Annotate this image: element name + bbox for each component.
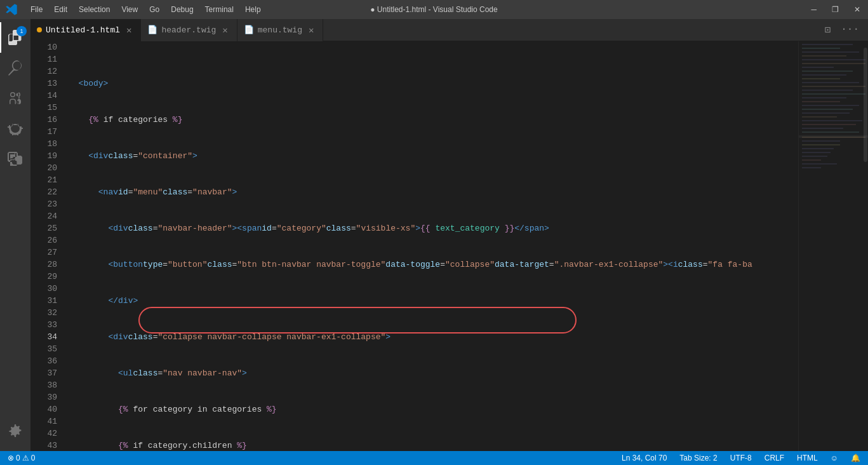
svg-rect-11: [802, 82, 859, 83]
svg-rect-21: [802, 120, 862, 121]
maximize-button[interactable]: ❐: [824, 0, 846, 19]
line-18: <ul class="nav navbar-nav">: [69, 367, 798, 379]
status-encoding[interactable]: UTF-8: [728, 454, 754, 462]
warning-icon: ⚠: [22, 454, 29, 462]
line-10: <body>: [69, 78, 798, 90]
activity-explorer[interactable]: 1: [0, 22, 30, 53]
status-right: Ln 34, Col 70 Tab Size: 2 UTF-8 CRLF HTM…: [619, 454, 863, 462]
activity-bar: 1: [0, 19, 30, 451]
editor-area: Untitled-1.html ✕ 📄 header.twig ✕ 📄 menu…: [30, 19, 868, 451]
activity-search[interactable]: [0, 53, 30, 83]
svg-rect-10: [802, 78, 840, 79]
svg-rect-32: [802, 159, 821, 161]
svg-rect-3: [802, 51, 859, 53]
tab-label-menu: menu.twig: [258, 25, 302, 35]
svg-rect-33: [802, 163, 837, 165]
tab-close-header[interactable]: ✕: [220, 24, 230, 37]
svg-rect-18: [802, 109, 853, 110]
tab-menu[interactable]: 📄 menu.twig ✕: [237, 19, 324, 41]
tab-close-menu[interactable]: ✕: [306, 24, 316, 37]
activity-settings[interactable]: [0, 415, 30, 446]
menu-debug[interactable]: Debug: [166, 4, 198, 15]
svg-rect-12: [802, 86, 865, 87]
tab-actions: ⊡ ···: [821, 22, 868, 37]
svg-rect-6: [802, 63, 865, 64]
menu-selection[interactable]: Selection: [74, 4, 115, 15]
error-icon: ⊗: [8, 454, 14, 462]
line-13: <nav id="menu" class="navbar">: [69, 186, 798, 198]
svg-rect-28: [802, 144, 840, 145]
line-14: <div class="navbar-header"><span id="cat…: [69, 222, 798, 234]
tab-header[interactable]: 📄 header.twig ✕: [141, 19, 237, 41]
modified-indicator: [37, 27, 42, 32]
svg-rect-9: [802, 74, 846, 76]
status-line-ending[interactable]: CRLF: [762, 454, 787, 462]
svg-rect-17: [802, 105, 859, 106]
more-actions-button[interactable]: ···: [837, 22, 863, 37]
status-left: ⊗ 0 ⚠ 0: [5, 454, 37, 462]
activity-git[interactable]: [0, 83, 30, 114]
close-button[interactable]: ✕: [846, 0, 868, 19]
svg-rect-15: [802, 97, 846, 98]
menu-go[interactable]: Go: [144, 4, 164, 15]
status-emoji[interactable]: ☺: [828, 454, 841, 462]
svg-rect-23: [802, 128, 843, 129]
menu-help[interactable]: Help: [240, 4, 266, 15]
tab-close-untitled[interactable]: ✕: [124, 24, 134, 37]
tab-icon-header: 📄: [147, 25, 157, 35]
window-controls[interactable]: ─ ❐ ✕: [803, 0, 868, 19]
minimize-button[interactable]: ─: [803, 0, 824, 19]
menu-view[interactable]: View: [116, 4, 143, 15]
svg-rect-8: [802, 71, 853, 72]
status-notification[interactable]: 🔔: [848, 454, 863, 462]
code-lines: <body> {% if categories %} <div class="c…: [62, 41, 798, 451]
tab-label-untitled: Untitled-1.html: [46, 25, 120, 35]
line-19: {% for category in categories %}: [69, 403, 798, 415]
tab-label-header: header.twig: [161, 25, 216, 35]
svg-rect-26: [802, 137, 865, 138]
status-position[interactable]: Ln 34, Col 70: [619, 454, 669, 462]
line-15: <button type="button" class="btn btn-nav…: [69, 259, 798, 271]
svg-rect-31: [802, 156, 827, 157]
menu-edit[interactable]: Edit: [49, 4, 72, 15]
line-12: <div class="container">: [69, 150, 798, 162]
svg-rect-2: [802, 48, 840, 49]
svg-rect-29: [802, 148, 834, 149]
svg-rect-30: [802, 152, 831, 153]
line-numbers: 10111213 14151617 18192021 22232425 2627…: [30, 41, 62, 451]
svg-rect-14: [802, 93, 865, 95]
svg-rect-7: [802, 67, 834, 68]
svg-rect-0: [799, 41, 868, 451]
svg-rect-5: [802, 59, 865, 60]
line-16: </div>: [69, 295, 798, 307]
svg-rect-13: [802, 90, 853, 91]
line-17: <div class="collapse navbar-collapse nav…: [69, 331, 798, 343]
svg-rect-24: [802, 131, 859, 133]
svg-rect-4: [802, 55, 846, 57]
error-count: 0: [16, 454, 20, 462]
menu-terminal[interactable]: Terminal: [200, 4, 239, 15]
svg-rect-1: [802, 44, 853, 45]
code-editor[interactable]: <body> {% if categories %} <div class="c…: [62, 41, 868, 451]
activity-debug[interactable]: [0, 114, 30, 144]
tab-bar: Untitled-1.html ✕ 📄 header.twig ✕ 📄 menu…: [30, 19, 868, 41]
line-20: {% if category.children %}: [69, 440, 798, 451]
title-bar: File Edit Selection View Go Debug Termin…: [0, 0, 868, 19]
svg-rect-34: [802, 167, 821, 168]
status-bar: ⊗ 0 ⚠ 0 Ln 34, Col 70 Tab Size: 2 UTF-8 …: [0, 451, 868, 465]
line-11: {% if categories %}: [69, 114, 798, 126]
status-language[interactable]: HTML: [794, 454, 820, 462]
svg-rect-19: [802, 112, 850, 114]
status-tab-size[interactable]: Tab Size: 2: [677, 454, 719, 462]
svg-rect-22: [802, 124, 856, 125]
vscode-logo: [5, 3, 18, 16]
svg-rect-20: [802, 116, 837, 118]
tab-untitled[interactable]: Untitled-1.html ✕: [30, 19, 141, 41]
menu-bar[interactable]: File Edit Selection View Go Debug Termin…: [25, 4, 266, 15]
svg-rect-16: [802, 101, 840, 102]
menu-file[interactable]: File: [25, 4, 48, 15]
activity-extensions[interactable]: [0, 144, 30, 175]
svg-rect-27: [802, 140, 840, 142]
split-editor-button[interactable]: ⊡: [821, 22, 835, 37]
status-errors[interactable]: ⊗ 0 ⚠ 0: [5, 454, 37, 462]
